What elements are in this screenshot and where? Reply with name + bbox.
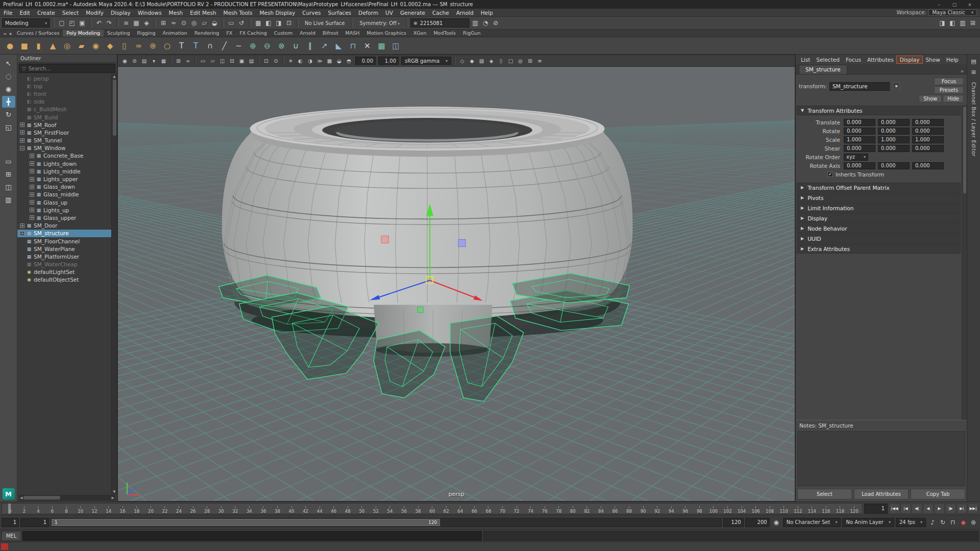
outliner-item[interactable]: ◧ persp bbox=[17, 74, 111, 82]
outliner-item[interactable]: ▦ SM_PlatformUser bbox=[17, 253, 111, 260]
menubar-item[interactable]: Deform bbox=[355, 10, 382, 16]
collapsed-section[interactable]: ▶ Pivots bbox=[797, 193, 961, 203]
boolean-intersect-icon[interactable]: ⊗ bbox=[275, 39, 288, 53]
grid-toggle-icon[interactable]: ⊞ bbox=[525, 56, 535, 65]
scroll-up-icon[interactable]: ▲ bbox=[113, 74, 115, 79]
counter-display-icon[interactable]: ▥ bbox=[470, 18, 480, 28]
poly-plane-icon[interactable]: ▰ bbox=[75, 39, 88, 53]
render-view-icon[interactable]: ▩ bbox=[253, 18, 263, 28]
outliner-item[interactable]: ▦ SM_FloorChannel bbox=[17, 237, 111, 245]
shelf-tab[interactable]: Motion Graphics bbox=[363, 30, 409, 37]
frame-selected-icon[interactable]: ⊙ bbox=[271, 56, 281, 65]
playback-start-field[interactable]: 1 bbox=[20, 518, 49, 527]
outliner-item[interactable]: ◉ defaultObjectSet bbox=[17, 276, 111, 284]
cached-playback-icon[interactable]: ◔ bbox=[480, 18, 491, 28]
menubar-item[interactable]: Windows bbox=[134, 10, 165, 16]
snap-grid-icon[interactable]: ⊞ bbox=[158, 18, 168, 28]
open-scene-icon[interactable]: ◰ bbox=[67, 18, 77, 28]
snap-curve-icon[interactable]: ≈ bbox=[168, 18, 179, 28]
select-camera-icon[interactable]: ◉ bbox=[120, 56, 130, 65]
outliner-item[interactable]: + ▦ Glass_up bbox=[17, 198, 111, 206]
outliner-item[interactable]: + ▦ SM_Door bbox=[17, 222, 111, 230]
outliner-item[interactable]: + ▦ SM_Tunnel bbox=[17, 137, 111, 144]
menubar-item[interactable]: Curves bbox=[299, 10, 324, 16]
expand-icon[interactable]: + bbox=[30, 200, 34, 205]
scrollbar-thumb[interactable] bbox=[963, 107, 966, 193]
attribute-editor-toggle-icon[interactable]: ◨ bbox=[937, 18, 947, 28]
shadows-icon[interactable]: ◐ bbox=[296, 56, 305, 65]
sidebar-tab-channel-box[interactable]: Channel Box / Layer Editor bbox=[971, 79, 976, 160]
attribute-value-field[interactable]: 1.000 bbox=[844, 136, 875, 143]
expand-icon[interactable]: + bbox=[30, 177, 34, 182]
xray-icon[interactable]: □ bbox=[506, 56, 516, 65]
expand-icon[interactable]: + bbox=[30, 215, 34, 220]
shelf-tab[interactable]: Custom bbox=[271, 30, 296, 37]
menubar-item[interactable]: Mesh Display bbox=[256, 10, 299, 16]
attribute-value-field[interactable]: 0.000 bbox=[844, 119, 875, 126]
pin-node-icon[interactable]: ▪ bbox=[893, 82, 900, 89]
menubar-item[interactable]: Help bbox=[477, 10, 497, 16]
step-back-frame-button[interactable]: |◀ bbox=[900, 504, 911, 514]
menubar-item[interactable]: Edit Mesh bbox=[186, 10, 219, 16]
outliner-item[interactable]: ◧ front bbox=[17, 90, 111, 97]
outliner-item[interactable]: ▦ SM_WaterPlane bbox=[17, 245, 111, 253]
construction-history-icon[interactable]: ↺ bbox=[236, 18, 247, 28]
focus-button[interactable]: Focus bbox=[934, 78, 964, 85]
modeling-toolkit-icon[interactable]: ⊞ bbox=[969, 67, 978, 77]
expand-icon[interactable]: + bbox=[30, 161, 34, 166]
undo-icon[interactable]: ↶ bbox=[94, 18, 104, 28]
menubar-item[interactable]: Select bbox=[59, 10, 82, 16]
character-set-dropdown[interactable]: No Character Set ▾ bbox=[783, 518, 841, 527]
go-to-start-button[interactable]: |◀◀ bbox=[889, 504, 900, 514]
shelf-tab[interactable]: Bifrost bbox=[319, 30, 342, 37]
maximize-icon[interactable]: ▢ bbox=[947, 1, 962, 8]
expand-icon[interactable]: + bbox=[20, 130, 24, 135]
outliner-horizontal-scrollbar[interactable]: ◀ ▶ bbox=[19, 495, 115, 500]
layout-persp-outliner-icon[interactable]: ▥ bbox=[2, 194, 15, 206]
expand-icon[interactable] bbox=[20, 278, 24, 282]
scroll-right-icon[interactable]: ▶ bbox=[112, 496, 114, 500]
poly-soccer-icon[interactable]: ○ bbox=[160, 39, 174, 53]
poly-text-icon[interactable]: T bbox=[175, 39, 188, 53]
menubar-item[interactable]: File bbox=[0, 10, 16, 16]
tab-scroll-icon[interactable]: » bbox=[958, 68, 967, 74]
menubar-item[interactable]: Mesh bbox=[165, 10, 187, 16]
outliner-item[interactable]: + ▦ Concrete_Base bbox=[17, 152, 111, 160]
attribute-editor-menu[interactable]: Help bbox=[943, 56, 962, 63]
expand-icon[interactable]: + bbox=[30, 185, 34, 189]
layout-single-pane-icon[interactable]: ▭ bbox=[2, 156, 15, 167]
channel-box-icon[interactable]: ▤ bbox=[969, 57, 978, 66]
playback-end-field[interactable]: 120 bbox=[723, 518, 744, 527]
attribute-editor-menu[interactable]: Attributes bbox=[864, 56, 897, 63]
shelf-tab[interactable]: MASH bbox=[342, 30, 363, 37]
range-track[interactable]: 1 120 bbox=[51, 518, 722, 527]
menubar-item[interactable]: Generate bbox=[397, 10, 429, 16]
paint-select-tool-icon[interactable]: ◉ bbox=[2, 83, 15, 95]
expand-icon[interactable] bbox=[20, 76, 24, 81]
mute-icon[interactable]: ♪ bbox=[927, 517, 938, 528]
step-forward-key-button[interactable]: |▶ bbox=[945, 504, 956, 514]
textured-icon[interactable]: ▨ bbox=[477, 56, 486, 65]
snap-projected-center-icon[interactable]: ◎ bbox=[189, 18, 199, 28]
play-backwards-button[interactable]: ◀ bbox=[923, 504, 934, 514]
menubar-item[interactable]: Edit bbox=[16, 10, 34, 16]
poly-cube-icon[interactable]: ■ bbox=[17, 39, 31, 53]
attribute-editor-menu[interactable]: List bbox=[798, 56, 813, 63]
anti-aliasing-icon[interactable]: ▩ bbox=[325, 56, 334, 65]
anim-layer-dropdown[interactable]: No Anim Layer ▾ bbox=[842, 518, 894, 527]
expand-icon[interactable]: + bbox=[30, 154, 34, 158]
shelf-tab[interactable]: Poly Modeling bbox=[63, 30, 104, 37]
menubar-item[interactable]: Create bbox=[34, 10, 59, 16]
outliner-item[interactable]: ◧ side bbox=[17, 98, 111, 106]
rotate-order-dropdown[interactable]: xyz ▾ bbox=[844, 154, 868, 161]
quad-draw-icon[interactable]: ▦ bbox=[375, 39, 388, 53]
outliner-item[interactable]: + ▦ SM_Roof bbox=[17, 121, 111, 129]
attribute-value-field[interactable]: 0.000 bbox=[912, 128, 944, 135]
poly-sphere-icon[interactable]: ● bbox=[3, 39, 17, 53]
expand-icon[interactable] bbox=[20, 262, 24, 267]
scrollbar-thumb[interactable] bbox=[113, 80, 116, 136]
gamma-toggle-icon[interactable]: ◓ bbox=[344, 56, 354, 65]
outliner-item[interactable]: ◧ top bbox=[17, 82, 111, 90]
attribute-value-field[interactable]: 0.000 bbox=[878, 128, 910, 135]
frame-all-icon[interactable]: ⊡ bbox=[261, 56, 271, 65]
